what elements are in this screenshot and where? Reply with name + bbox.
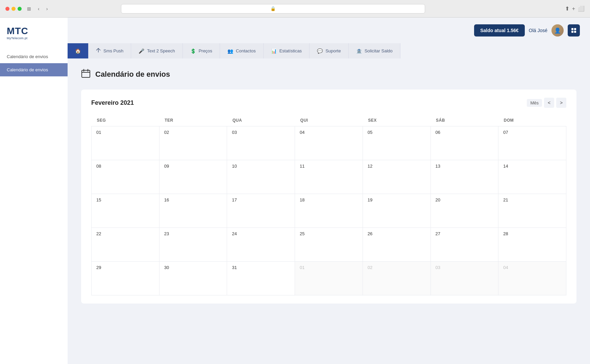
sidebar-nav: Calendário de envios Calendário de envio… [0,50,68,76]
tab-estatisticas[interactable]: 📊 Estatísticas [264,43,310,58]
tab-text2speech[interactable]: 🎤 Text 2 Speech [131,43,182,58]
tab-home[interactable]: 🏠 [68,43,89,58]
calendar-cell[interactable]: 26 [363,228,431,262]
dot-red [5,7,9,11]
col-seg: SEG [92,115,159,126]
calendar-cell[interactable]: 01 [92,126,159,160]
svg-rect-2 [571,31,573,33]
calendar-cell[interactable]: 14 [498,160,566,194]
day-number: 02 [368,265,372,270]
calendar-cell[interactable]: 06 [431,126,498,160]
dot-yellow [11,7,16,11]
main-content: Saldo atual 1.56€ Olá José 👤 🏠 [68,18,590,364]
back-btn[interactable]: ‹ [36,5,41,12]
tab-text2speech-label: Text 2 Speech [147,48,175,53]
day-number: 11 [300,164,304,169]
calendar-cell[interactable]: 19 [363,194,431,228]
calendar-cell[interactable]: 10 [227,160,295,194]
day-number: 24 [232,231,237,236]
tab-solicitar-saldo[interactable]: 🏦 Solicitar Saldo [349,43,400,58]
logo-sub: MyTelecom.pt [7,37,61,40]
calendar-cell[interactable]: 12 [363,160,431,194]
day-number: 01 [96,130,101,135]
calendar-cell[interactable]: 03 [227,126,295,160]
calendar-cell[interactable]: 29 [92,262,159,295]
calendar-cell[interactable]: 25 [295,228,363,262]
page-title: Calendário de envios [95,70,170,79]
calendar-cell[interactable]: 30 [159,262,227,295]
solicitar-saldo-icon: 🏦 [356,48,362,54]
browser-chrome: ⊞ ‹ › 🔒 ⬆ + ⬜ [0,0,590,18]
tab-precos[interactable]: 💲 Preços [183,43,220,58]
calendar-cell[interactable]: 11 [295,160,363,194]
calendar-cell[interactable]: 07 [498,126,566,160]
day-number: 07 [503,130,508,135]
svg-rect-0 [571,28,573,30]
day-number: 03 [232,130,237,135]
calendar-cell[interactable]: 03 [431,262,498,295]
day-number: 19 [368,197,372,202]
day-number: 04 [300,130,304,135]
day-number: 17 [232,197,237,202]
dot-green [18,7,22,11]
calendar-cell[interactable]: 01 [295,262,363,295]
calendar-body: 0102030405060708091011121314151617181920… [92,126,566,295]
calendar-cell[interactable]: 04 [295,126,363,160]
balance-button[interactable]: Saldo atual 1.56€ [474,24,525,37]
forward-btn[interactable]: › [45,5,49,12]
tab-suporte[interactable]: 💬 Suporte [310,43,349,58]
tab-list-btn[interactable]: ⊞ [26,5,32,12]
browser-actions: ⬆ + ⬜ [565,5,585,12]
tab-contactos[interactable]: 👥 Contactos [220,43,264,58]
day-number: 14 [503,164,508,169]
svg-rect-1 [574,28,576,30]
sidebar: MTC MyTelecom.pt Calendário de envios Ca… [0,18,68,364]
calendar-thead: SEG TER QUA QUI SEX SÁB DOM [92,115,566,126]
calendar-cell[interactable]: 27 [431,228,498,262]
sidebar-item-calendario-1[interactable]: Calendário de envios [0,50,68,63]
calendar-week-1: 08091011121314 [92,160,566,194]
sidebar-logo: MTC MyTelecom.pt [0,26,68,50]
calendar-cell[interactable]: 18 [295,194,363,228]
day-number: 04 [503,265,508,270]
tab-contactos-label: Contactos [236,48,256,53]
day-number: 23 [164,231,169,236]
calendar-week-3: 22232425262728 [92,228,566,262]
calendar-cell[interactable]: 04 [498,262,566,295]
calendar-cell[interactable]: 05 [363,126,431,160]
calendar-cell[interactable]: 21 [498,194,566,228]
sidebar-item-calendario-2[interactable]: Calendário de envios [0,63,68,76]
calendar-cell[interactable]: 09 [159,160,227,194]
page-header: Calendário de envios [81,69,576,80]
calendar-month-title: Fevereiro 2021 [91,99,134,106]
calendar-cell[interactable]: 23 [159,228,227,262]
day-number: 16 [164,197,169,202]
tab-sms-push[interactable]: Sms Push [89,43,131,58]
calendar-cell[interactable]: 28 [498,228,566,262]
calendar-cell[interactable]: 31 [227,262,295,295]
day-number: 01 [300,265,304,270]
calendar-nav: Mês < > [527,98,566,108]
tab-sms-push-label: Sms Push [103,48,123,53]
next-month-btn[interactable]: > [556,98,566,108]
tab-solicitar-saldo-label: Solicitar Saldo [365,48,393,53]
calendar-cell[interactable]: 02 [159,126,227,160]
toggle-btn[interactable] [568,24,580,37]
calendar-cell[interactable]: 24 [227,228,295,262]
calendar-cell[interactable]: 02 [363,262,431,295]
prev-month-btn[interactable]: < [544,98,554,108]
calendar-cell[interactable]: 20 [431,194,498,228]
share-btn[interactable]: ⬆ [565,5,569,12]
day-number: 28 [503,231,508,236]
calendar-cell[interactable]: 13 [431,160,498,194]
add-tab-btn[interactable]: + [572,5,575,12]
calendar-cell[interactable]: 22 [92,228,159,262]
calendar-cell[interactable]: 08 [92,160,159,194]
calendar-cell[interactable]: 17 [227,194,295,228]
day-number: 22 [96,231,101,236]
calendar-cell[interactable]: 15 [92,194,159,228]
view-label: Mês [527,99,542,107]
calendar-cell[interactable]: 16 [159,194,227,228]
col-dom: DOM [498,115,566,126]
extensions-btn[interactable]: ⬜ [578,5,585,12]
